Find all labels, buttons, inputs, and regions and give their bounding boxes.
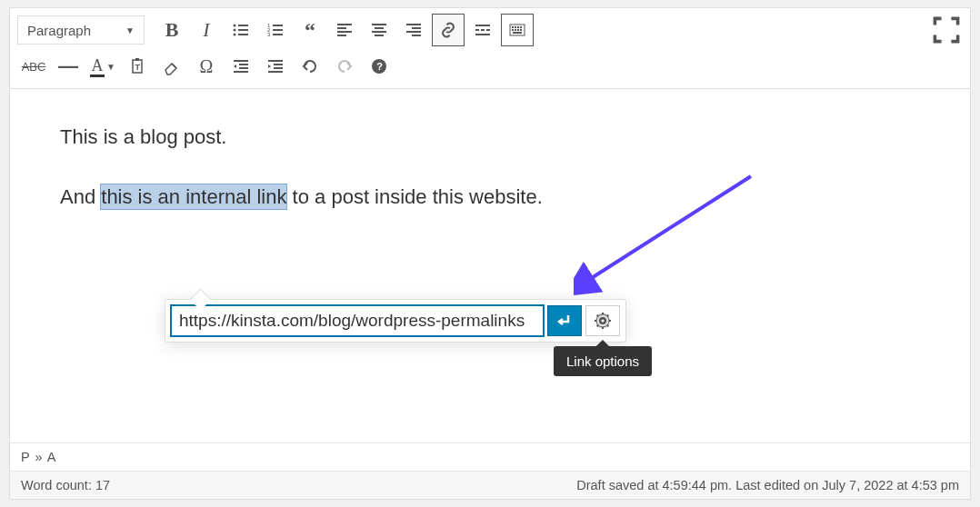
blockquote-button[interactable]: “ [294,14,326,46]
align-center-icon [370,21,388,39]
editor-content[interactable]: This is a blog post. And this is an inte… [10,89,970,442]
svg-text:3: 3 [267,32,271,37]
svg-line-57 [597,315,598,316]
paste-as-text-button[interactable]: T [121,50,154,83]
link-icon [439,21,457,39]
svg-rect-22 [406,31,421,33]
outdent-icon [232,57,250,75]
list-ol-icon: 123 [266,21,285,39]
svg-rect-26 [481,29,485,31]
outdent-button[interactable] [225,50,257,83]
enter-icon [555,312,574,330]
svg-rect-32 [517,26,519,28]
apply-link-button[interactable] [547,305,582,336]
svg-rect-17 [375,27,384,29]
svg-rect-45 [234,71,248,73]
keyboard-icon [508,21,526,39]
read-more-icon [474,21,492,39]
clear-formatting-button[interactable] [155,50,188,83]
block-format-select[interactable]: Paragraph ▼ [17,15,145,45]
svg-rect-19 [375,35,384,36]
svg-rect-43 [239,64,248,65]
redo-button[interactable] [328,50,361,83]
horizontal-rule-button[interactable]: — [52,50,85,83]
toolbar-toggle-button[interactable] [501,14,534,46]
svg-rect-46 [268,60,283,62]
indent-button[interactable] [259,50,292,83]
numbered-list-button[interactable]: 123 [259,14,292,46]
svg-line-60 [607,315,608,316]
toolbar: Paragraph ▼ B I 123 “ [10,8,970,89]
undo-button[interactable] [294,50,326,83]
eraser-icon [163,57,181,75]
special-character-button[interactable]: Ω [190,50,223,83]
toolbar-row-2: ABC — A ▼ T Ω [17,48,963,84]
svg-rect-9 [273,29,283,31]
svg-rect-21 [412,27,421,29]
bold-button[interactable]: B [155,14,188,46]
fullscreen-icon [930,14,963,46]
svg-point-4 [234,34,236,36]
svg-line-58 [607,325,608,326]
indent-icon [266,57,285,75]
save-status: Draft saved at 4:59:44 pm. Last edited o… [576,478,959,492]
insert-link-button[interactable] [432,14,465,46]
svg-rect-44 [239,67,248,69]
insert-more-button[interactable] [466,14,499,46]
svg-rect-35 [515,29,516,31]
svg-line-59 [597,325,598,326]
link-options-tooltip: Link options [554,346,652,376]
list-ul-icon [232,21,250,39]
svg-point-0 [234,25,236,27]
fullscreen-button[interactable] [930,14,963,46]
tooltip-text: Link options [566,353,639,369]
italic-button[interactable]: I [190,14,223,46]
redo-icon [335,57,354,75]
svg-rect-1 [238,25,248,26]
editor-footer: P » A Word count: 17 Draft saved at 4:59… [10,442,970,499]
bulleted-list-button[interactable] [225,14,257,46]
toolbar-row-1: Paragraph ▼ B I 123 “ [17,12,963,48]
svg-rect-25 [475,29,479,31]
word-count: Word count: 17 [21,478,110,492]
selected-link-text[interactable]: this is an internal link [101,184,286,209]
content-paragraph-1[interactable]: This is a blog post. [60,125,920,149]
svg-rect-18 [372,31,386,33]
svg-rect-47 [274,64,283,65]
svg-rect-3 [238,29,248,31]
undo-icon [301,57,319,75]
svg-text:T: T [135,63,141,72]
align-center-button[interactable] [363,14,395,46]
svg-rect-38 [513,32,522,34]
align-left-button[interactable] [328,14,361,46]
svg-rect-14 [337,31,352,33]
svg-rect-34 [512,29,514,31]
svg-rect-13 [337,27,346,29]
svg-rect-20 [406,24,421,25]
svg-rect-33 [520,26,522,28]
align-right-icon [405,21,423,39]
svg-rect-42 [234,60,248,62]
svg-rect-30 [512,26,514,28]
svg-rect-49 [268,71,283,73]
link-editor-popup: Link options [165,299,626,343]
svg-point-2 [234,29,236,32]
svg-text:?: ? [376,61,383,72]
svg-rect-48 [274,67,283,69]
svg-rect-40 [135,58,139,61]
paragraph-text-pre: And [60,185,101,208]
svg-rect-37 [520,29,522,31]
element-path[interactable]: P » A [21,450,56,464]
chevron-down-icon: ▼ [125,25,135,35]
keyboard-shortcuts-button[interactable]: ? [363,50,395,83]
svg-rect-28 [475,34,490,35]
svg-rect-23 [412,35,421,36]
strikethrough-button[interactable]: ABC [17,50,50,83]
align-right-button[interactable] [397,14,430,46]
text-color-button[interactable]: A ▼ [86,50,119,83]
svg-point-62 [601,319,604,322]
paragraph-text-post: to a post inside this website. [286,185,542,208]
content-paragraph-2[interactable]: And this is an internal link to a post i… [60,185,920,209]
link-options-button[interactable]: Link options [585,305,620,336]
link-url-input[interactable] [171,305,544,336]
